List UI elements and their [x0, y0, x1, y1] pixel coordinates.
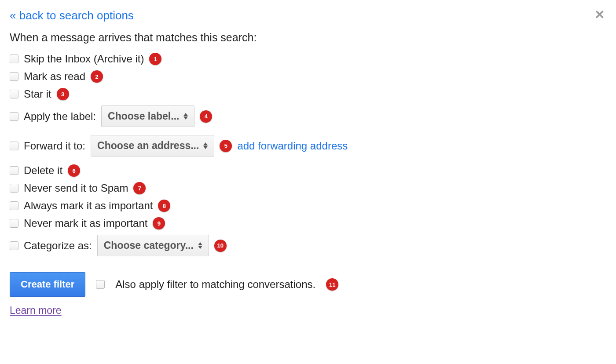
label-always-important: Always mark it as important — [24, 200, 153, 212]
option-never-important: Never mark it as important 9 — [10, 217, 606, 229]
label-also-apply: Also apply filter to matching conversati… — [115, 278, 315, 291]
label-never-spam: Never send it to Spam — [24, 182, 128, 194]
svg-marker-2 — [203, 142, 208, 146]
learn-more-link[interactable]: Learn more — [10, 305, 62, 316]
option-always-important: Always mark it as important 8 — [10, 200, 606, 212]
label-never-important: Never mark it as important — [24, 217, 147, 229]
annotation-badge: 4 — [200, 110, 212, 123]
svg-marker-4 — [198, 242, 202, 245]
checkbox-never-spam[interactable] — [10, 184, 18, 193]
label-star-it: Star it — [24, 88, 51, 100]
annotation-badge: 1 — [149, 53, 161, 65]
select-choose-label-text: Choose label... — [108, 110, 179, 122]
svg-marker-0 — [183, 113, 188, 116]
select-choose-address[interactable]: Choose an address... — [91, 135, 214, 157]
annotation-badge: 2 — [91, 70, 103, 83]
create-filter-button[interactable]: Create filter — [10, 272, 85, 297]
annotation-badge: 6 — [68, 164, 80, 177]
checkbox-skip-inbox[interactable] — [10, 55, 18, 63]
svg-marker-5 — [198, 246, 202, 249]
label-delete-it: Delete it — [24, 164, 62, 177]
checkbox-delete-it[interactable] — [10, 166, 18, 175]
checkbox-apply-label[interactable] — [10, 112, 18, 121]
close-icon[interactable]: ✕ — [593, 9, 606, 21]
select-choose-address-text: Choose an address... — [97, 140, 199, 152]
svg-marker-1 — [183, 116, 188, 120]
svg-marker-3 — [203, 146, 208, 149]
checkbox-forward-to[interactable] — [10, 142, 18, 150]
annotation-badge: 5 — [220, 140, 232, 152]
option-categorize-as: Categorize as: Choose category... 10 — [10, 235, 606, 256]
checkbox-never-important[interactable] — [10, 219, 18, 228]
label-mark-read: Mark as read — [24, 70, 85, 83]
add-forwarding-address-link[interactable]: add forwarding address — [237, 140, 348, 152]
back-to-search-link[interactable]: « back to search options — [10, 9, 134, 22]
label-categorize-as: Categorize as: — [24, 240, 92, 252]
option-never-spam: Never send it to Spam 7 — [10, 182, 606, 194]
annotation-badge: 9 — [153, 217, 165, 229]
label-apply-label: Apply the label: — [24, 110, 96, 123]
annotation-badge: 10 — [214, 240, 227, 252]
option-apply-label: Apply the label: Choose label... 4 — [10, 106, 606, 127]
label-forward-to: Forward it to: — [24, 140, 85, 152]
filter-heading: When a message arrives that matches this… — [10, 31, 606, 44]
label-skip-inbox: Skip the Inbox (Archive it) — [24, 53, 144, 65]
checkbox-star-it[interactable] — [10, 90, 18, 98]
checkbox-mark-read[interactable] — [10, 72, 18, 81]
select-choose-label[interactable]: Choose label... — [101, 106, 194, 127]
select-choose-category[interactable]: Choose category... — [97, 235, 209, 256]
annotation-badge: 11 — [326, 278, 338, 291]
annotation-badge: 3 — [57, 88, 69, 100]
annotation-badge: 8 — [158, 200, 170, 212]
option-skip-inbox: Skip the Inbox (Archive it) 1 — [10, 53, 606, 65]
annotation-badge: 7 — [133, 182, 146, 194]
spinner-icon — [203, 142, 208, 149]
checkbox-categorize-as[interactable] — [10, 241, 18, 250]
option-mark-read: Mark as read 2 — [10, 70, 606, 83]
select-choose-category-text: Choose category... — [104, 240, 194, 251]
option-delete-it: Delete it 6 — [10, 164, 606, 177]
spinner-icon — [198, 242, 202, 249]
filter-action-row: Create filter Also apply filter to match… — [10, 272, 606, 297]
spinner-icon — [183, 113, 188, 120]
checkbox-also-apply[interactable] — [96, 280, 105, 289]
option-star-it: Star it 3 — [10, 88, 606, 100]
checkbox-always-important[interactable] — [10, 201, 18, 210]
option-forward-to: Forward it to: Choose an address... 5 ad… — [10, 135, 606, 157]
